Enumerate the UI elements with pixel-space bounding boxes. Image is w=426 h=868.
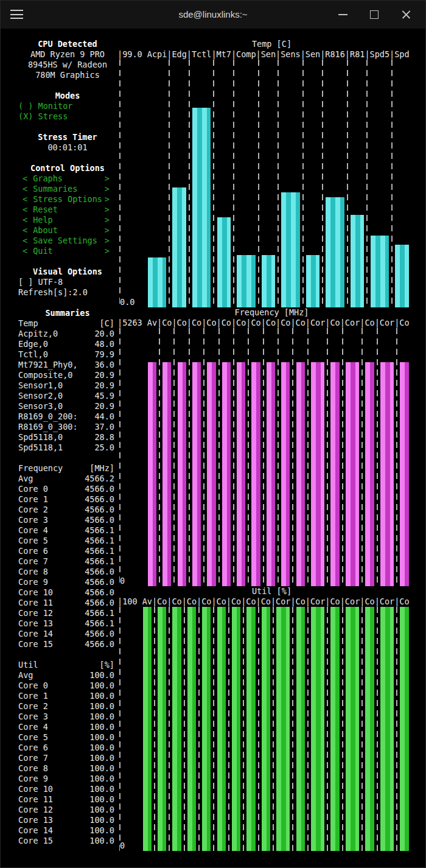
summary-row: Spd5118,028.8 [5, 432, 117, 443]
bar-core-8 [281, 362, 290, 586]
grid-line [213, 607, 214, 851]
bar-r8169_0_200 [326, 197, 344, 307]
control-options-header: Control Options [5, 163, 117, 173]
grid-line [184, 607, 185, 851]
grid-line [377, 328, 378, 586]
chart-title: Util [%] [117, 586, 426, 597]
minimize-button[interactable] [337, 9, 348, 20]
grid-line [189, 60, 190, 307]
menu-item-reset[interactable]: <Reset> [5, 205, 117, 215]
summary-value: 100.0 [89, 825, 114, 836]
chart-temp: Temp [C]|99.0 Acpi|Edg|Tctl|Mt7|Comp|Sen… [117, 39, 426, 307]
grid-line [347, 60, 348, 307]
spacer [5, 256, 117, 267]
summary-row: Core 7100.0 [5, 753, 117, 763]
grid-line [307, 328, 309, 586]
grid-line [258, 60, 259, 307]
chart-axis-header: |99.0 Acpi|Edg|Tctl|Mt7|Comp|Sen|Sens|Se… [117, 49, 426, 60]
bar-core-12 [346, 362, 359, 586]
grid-line [228, 607, 229, 851]
chart-util: Util [%]|100 Av|Co|Co|Co|Co|Co|Co|Co|Co|… [117, 586, 426, 851]
chart-plot: 0.0 [117, 60, 426, 307]
menu-item-summaries[interactable]: <Summaries> [5, 184, 117, 194]
grid-line [189, 328, 190, 586]
window-controls [337, 9, 411, 20]
grid-line [154, 607, 155, 851]
summary-value: 4566.0 [85, 598, 114, 608]
stress-timer-value: 00:01:01 [5, 142, 117, 153]
summary-label: Core 7 [18, 556, 48, 567]
grid-line [396, 607, 397, 851]
summary-value: 4566.1 [85, 525, 114, 536]
grid-line [292, 328, 293, 586]
close-button[interactable] [400, 9, 411, 20]
summary-value: 37.0 [94, 422, 114, 432]
summary-label: Core 9 [18, 577, 48, 587]
summary-row: Spd5118,125.0 [5, 443, 117, 453]
maximize-button[interactable] [369, 9, 380, 20]
summary-row: Core 4100.0 [5, 722, 117, 732]
summary-row: Core 9100.0 [5, 774, 117, 784]
summary-value: 4566.0 [85, 494, 114, 505]
bar-core-15 [400, 607, 408, 851]
menu-item-graphs[interactable]: <Graphs> [5, 173, 117, 184]
grid-line [119, 60, 120, 307]
summary-value: 100.0 [89, 701, 114, 712]
summary-row: Core 10100.0 [5, 784, 117, 794]
menu-item-stress-options[interactable]: <Stress Options> [5, 194, 117, 205]
grid-line [307, 607, 309, 851]
summary-row: R8169_0_300:37.0 [5, 422, 117, 432]
grid-line [396, 328, 397, 586]
menu-item-quit[interactable]: <Quit> [5, 246, 117, 256]
spacer [5, 649, 117, 660]
chart-axis-header: |100 Av|Co|Co|Co|Co|Co|Co|Co|Co|Cor|Co|C… [117, 597, 426, 607]
mode-option-stress[interactable]: (X) Stress [5, 111, 117, 122]
left-arrow-icon: < [23, 184, 27, 194]
utf8-checkbox[interactable]: [ ] UTF-8 [5, 277, 117, 287]
menu-item-help[interactable]: <Help> [5, 215, 117, 225]
summary-row: Core 13100.0 [5, 815, 117, 825]
summary-label: Core 3 [18, 712, 48, 722]
grid-line [361, 328, 363, 586]
summary-value: 45.9 [94, 391, 114, 401]
summary-value: 100.0 [89, 670, 114, 681]
close-icon [402, 10, 411, 19]
summary-label: R8169_0_200: [18, 411, 78, 422]
left-arrow-icon: < [23, 173, 27, 184]
grid-line [278, 60, 279, 307]
bar-core-3 [207, 362, 215, 586]
grid-line [169, 607, 170, 851]
grid-line [377, 607, 378, 851]
grid-line [302, 60, 304, 307]
summary-label: R8169_0_300: [18, 422, 78, 432]
refresh-setting[interactable]: Refresh[s]:2.0 [5, 287, 117, 298]
bar-core-15 [400, 362, 408, 586]
summary-value: 100.0 [89, 732, 114, 743]
hamburger-icon[interactable] [10, 10, 23, 19]
menu-item-label: Reset [33, 205, 105, 215]
bar-core-13 [365, 607, 374, 851]
bar-core-3 [202, 607, 211, 851]
summary-value: 4566.0 [85, 567, 114, 577]
summary-group-title: Util[%] [5, 660, 117, 670]
menu-item-save-settings[interactable]: <Save Settings> [5, 236, 117, 246]
summary-value: 4566.1 [85, 618, 114, 629]
summary-label: Core 7 [18, 753, 48, 763]
summary-row: Core 11100.0 [5, 794, 117, 805]
menu-item-about[interactable]: <About> [5, 225, 117, 236]
summary-row: Core 8100.0 [5, 763, 117, 774]
summary-row: Core 134566.1 [5, 618, 117, 629]
menu-item-label: Save Settings [33, 236, 105, 246]
bar-core-0 [158, 607, 166, 851]
right-arrow-icon: > [105, 194, 110, 205]
summary-group-unit: [MHz] [89, 463, 114, 474]
summary-label: Core 4 [18, 525, 48, 536]
summary-row: Core 0100.0 [5, 681, 117, 691]
summary-label: Core 15 [18, 639, 53, 649]
mode-option-monitor[interactable]: ( ) Monitor [5, 101, 117, 111]
summary-label: Core 14 [18, 825, 53, 836]
bar-core-6 [251, 362, 260, 586]
grid-line [327, 328, 328, 586]
bar-core-11 [330, 607, 339, 851]
y-axis-min-label: 0 [120, 576, 127, 586]
